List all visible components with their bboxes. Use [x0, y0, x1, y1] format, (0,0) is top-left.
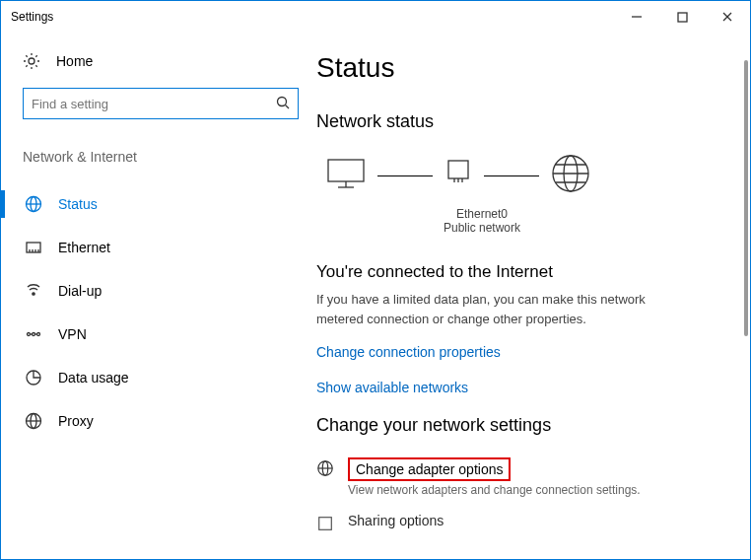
sidebar-item-proxy[interactable]: Proxy [23, 399, 316, 443]
adapter-name: Ethernet0 [324, 207, 640, 221]
svg-point-13 [33, 333, 35, 336]
home-button[interactable]: Home [23, 52, 316, 70]
svg-point-12 [28, 333, 31, 336]
vpn-icon [25, 325, 42, 343]
sidebar-item-label: Proxy [58, 413, 94, 429]
network-diagram [324, 152, 730, 199]
svg-line-6 [286, 105, 290, 108]
computer-icon [324, 156, 368, 195]
svg-point-4 [29, 58, 34, 64]
gear-icon [23, 52, 40, 70]
highlight-change-adapter: Change adapter options [348, 457, 511, 481]
minimize-button[interactable] [614, 1, 659, 33]
svg-rect-31 [319, 518, 332, 530]
maximize-button[interactable] [659, 1, 705, 33]
datausage-icon [25, 369, 42, 386]
globe-icon [25, 195, 42, 213]
link-change-connection-properties[interactable]: Change connection properties [316, 344, 730, 360]
dialup-icon [25, 282, 42, 300]
main-panel: Status Network status Ethernet0 Public n… [316, 33, 750, 559]
diagram-line [484, 175, 539, 176]
search-input[interactable] [32, 97, 276, 111]
sidebar-item-status[interactable]: Status [23, 182, 316, 226]
sidebar-item-label: Status [58, 196, 98, 212]
sidebar-item-label: Dial-up [58, 283, 102, 299]
option-sharing[interactable]: Sharing options [316, 513, 730, 532]
sidebar-item-label: Data usage [58, 370, 129, 385]
option-desc: View network adapters and change connect… [348, 483, 641, 497]
option-title: Sharing options [348, 513, 444, 528]
close-button[interactable] [705, 1, 750, 33]
page-title: Status [316, 52, 730, 84]
home-label: Home [56, 53, 93, 69]
svg-point-11 [33, 293, 34, 295]
svg-point-5 [278, 97, 287, 105]
sidebar-item-dialup[interactable]: Dial-up [23, 269, 316, 313]
sidebar-item-label: VPN [58, 326, 87, 342]
window-controls [614, 1, 750, 33]
sidebar-item-ethernet[interactable]: Ethernet [23, 226, 316, 269]
diagram-line [377, 175, 433, 176]
svg-rect-21 [328, 160, 364, 181]
network-status-heading: Network status [316, 111, 730, 132]
sharing-icon [316, 515, 334, 532]
proxy-icon [25, 412, 42, 430]
search-box[interactable] [23, 88, 299, 119]
window-title: Settings [11, 10, 53, 24]
svg-point-14 [37, 333, 40, 336]
change-settings-heading: Change your network settings [316, 415, 730, 436]
connected-desc: If you have a limited data plan, you can… [316, 290, 691, 328]
adapter-options-icon [316, 459, 334, 477]
adapter-profile: Public network [324, 221, 640, 235]
svg-rect-1 [678, 13, 687, 22]
option-change-adapter[interactable]: Change adapter options View network adap… [316, 457, 730, 497]
sidebar-item-label: Ethernet [58, 240, 110, 255]
link-show-available-networks[interactable]: Show available networks [316, 380, 730, 395]
ethernet-icon [25, 239, 42, 256]
svg-rect-24 [448, 161, 468, 178]
connected-heading: You're connected to the Internet [316, 262, 730, 282]
sidebar-item-vpn[interactable]: VPN [23, 313, 316, 356]
sidebar: Home Network & Internet Status Ethernet … [1, 33, 316, 559]
search-icon [276, 96, 290, 112]
option-title: Change adapter options [356, 461, 503, 477]
adapter-icon [443, 159, 474, 192]
group-label: Network & Internet [23, 149, 316, 165]
scrollbar[interactable] [744, 60, 748, 336]
sidebar-item-datausage[interactable]: Data usage [23, 356, 316, 399]
globe-large-icon [549, 152, 592, 199]
